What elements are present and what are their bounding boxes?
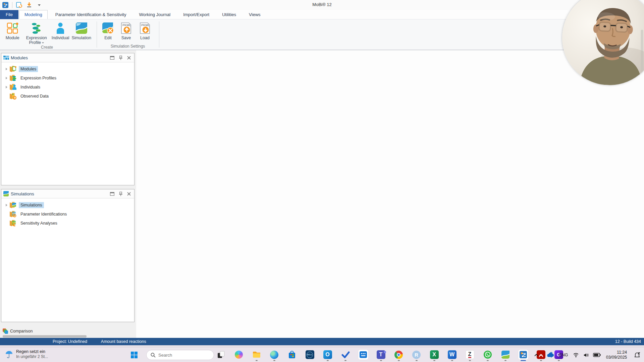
excel-button[interactable]: X — [425, 348, 443, 362]
copilot-button[interactable] — [230, 348, 248, 362]
edit-simulation-settings-button[interactable]: Edit — [99, 20, 117, 40]
notification-bell-dnd-icon — [634, 352, 641, 358]
word-button[interactable]: W — [443, 348, 461, 362]
save-pkml-button[interactable]: PKML Save — [117, 20, 136, 40]
close-panel-icon[interactable] — [127, 192, 131, 196]
tab-file[interactable]: File — [0, 10, 18, 19]
volume-tray-button[interactable] — [581, 353, 591, 358]
zotero-icon: Z — [466, 350, 474, 359]
module-button[interactable]: Module — [2, 20, 23, 40]
modules-folder-icon — [9, 65, 17, 73]
tree-item-expression-profiles[interactable]: Expression Profiles — [1, 73, 134, 82]
wifi-tray-button[interactable] — [571, 353, 581, 357]
tree-item-modules[interactable]: Modules — [1, 64, 134, 73]
individuals-folder-icon — [9, 83, 17, 91]
tray-date: 03/09/2025 — [606, 355, 627, 360]
r-app-button[interactable]: R — [408, 348, 425, 362]
tree-item-simulations[interactable]: Simulations — [1, 200, 134, 209]
maximize-panel-icon[interactable] — [110, 192, 114, 196]
zotero-button[interactable]: Z — [461, 348, 479, 362]
battery-tray-button[interactable] — [591, 353, 602, 357]
maximize-panel-icon[interactable] — [110, 56, 114, 60]
svg-text:PKML: PKML — [141, 23, 150, 27]
edge-button[interactable] — [265, 348, 283, 362]
tree-item-individuals[interactable]: Individuals — [1, 82, 134, 92]
mobi-button[interactable] — [514, 348, 532, 362]
simulations-folder-icon — [9, 201, 17, 209]
mobi-icon — [519, 351, 527, 359]
edge-icon — [270, 351, 278, 359]
search-input[interactable] — [158, 353, 205, 358]
chrome-button[interactable] — [390, 348, 408, 362]
comparison-tab-label[interactable]: Comparison — [10, 329, 33, 334]
tree-item-sensitivity-analyses[interactable]: Sensitivity Analyses — [1, 219, 134, 228]
rain-umbrella-icon — [5, 350, 13, 359]
language-indicator[interactable]: ENG — [556, 353, 571, 357]
tab-parameter-identification[interactable]: Parameter Identification & Sensitivity — [50, 10, 131, 19]
whatsapp-button[interactable] — [479, 348, 496, 362]
r-app-icon: R — [412, 351, 421, 359]
blue-grid-app-button[interactable] — [354, 348, 372, 362]
teams-button[interactable]: T — [372, 348, 390, 362]
outlook-button[interactable]: O — [319, 348, 336, 362]
edit-icon — [101, 21, 115, 35]
pksim-button[interactable] — [496, 348, 514, 362]
taskbar-weather-widget[interactable]: Regen setzt ein In ungefähr 2 St... — [5, 349, 48, 359]
load-pkml-button[interactable]: PKML Load — [136, 20, 154, 40]
screen: MoBi® 12 File Modeling Parameter Identif… — [0, 0, 644, 362]
word-icon: W — [448, 350, 457, 359]
load-pkml-icon: PKML — [138, 21, 152, 35]
close-panel-icon[interactable] — [127, 56, 131, 60]
blue-grid-app-icon — [359, 351, 367, 359]
ribbon-group-create: Module Expression Profile Individual — [2, 20, 92, 50]
simulations-panel-title: Simulations — [11, 191, 110, 196]
clock-tray-button[interactable]: 11:24 03/09/2025 — [602, 350, 631, 360]
wifi-icon — [573, 353, 579, 357]
expand-caret[interactable] — [4, 68, 9, 70]
individual-button[interactable]: Individual — [50, 20, 71, 40]
tab-views[interactable]: Views — [244, 10, 265, 19]
tree-item-parameter-identifications[interactable]: Parameter Identifications — [1, 209, 134, 219]
tab-modeling[interactable]: Modeling — [19, 10, 48, 19]
tray-chevron-up-icon[interactable] — [534, 354, 539, 357]
dell-icon: DELL — [306, 350, 314, 359]
modules-panel-header: Modules — [1, 53, 134, 62]
tab-working-journal[interactable]: Working Journal — [134, 10, 175, 19]
expression-profile-button[interactable]: Expression Profile — [23, 20, 50, 45]
simulations-panel-header: Simulations — [1, 189, 134, 198]
whatsapp-icon — [483, 350, 492, 359]
individual-icon — [54, 21, 67, 35]
search-icon — [151, 353, 156, 358]
ribbon-group-simulation-settings: Edit PKML Save PKML Load Simulation Sett… — [99, 20, 156, 50]
expression-profile-icon — [30, 21, 43, 35]
task-view-button[interactable] — [212, 348, 230, 362]
weather-subline: In ungefähr 2 St... — [16, 354, 48, 359]
microphone-tray-button[interactable] — [546, 352, 556, 358]
simulation-button[interactable]: Simulation — [71, 20, 92, 40]
expand-caret[interactable] — [4, 86, 9, 88]
microsoft-store-button[interactable] — [283, 348, 301, 362]
excel-icon: X — [430, 350, 439, 359]
expand-caret[interactable] — [4, 204, 9, 206]
pin-panel-icon[interactable] — [119, 192, 122, 196]
window-title: MoBi® 12 — [0, 0, 644, 9]
dell-app-button[interactable]: DELL — [301, 348, 319, 362]
expression-profiles-folder-icon — [9, 74, 17, 82]
todo-button[interactable] — [336, 348, 354, 362]
tab-utilities[interactable]: Utilities — [217, 10, 241, 19]
start-button[interactable] — [129, 350, 140, 360]
status-bar: Project: Undefined Amount based reaction… — [0, 338, 644, 345]
status-project: Project: Undefined — [53, 339, 87, 344]
observed-data-folder-icon — [9, 92, 17, 100]
tab-import-export[interactable]: Import/Export — [178, 10, 214, 19]
file-explorer-button[interactable] — [248, 348, 265, 362]
taskbar-search[interactable] — [146, 350, 214, 360]
notifications-tray-button[interactable] — [631, 352, 644, 358]
bottom-scrollbar-thumb[interactable] — [3, 335, 87, 338]
comparison-tab[interactable]: Comparison — [3, 328, 33, 335]
pin-panel-icon[interactable] — [119, 56, 122, 60]
expand-caret[interactable] — [4, 77, 9, 79]
simulation-icon — [75, 21, 88, 35]
ribbon-tab-bar: File Modeling Parameter Identification &… — [0, 10, 644, 19]
tree-item-observed-data[interactable]: Observed Data — [1, 92, 134, 101]
